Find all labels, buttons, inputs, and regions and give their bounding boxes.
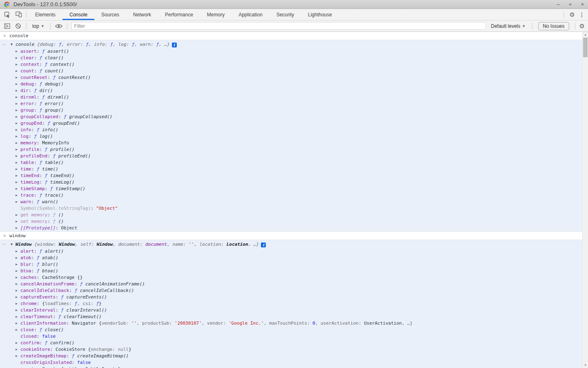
scroll-up-icon[interactable]: ▲ (583, 33, 588, 36)
expand-triangle-icon[interactable]: ▶ (16, 55, 20, 61)
tab-sources[interactable]: Sources (94, 9, 126, 20)
object-property-row[interactable]: ▶error: ƒ error() (0, 101, 582, 107)
expand-triangle-icon[interactable]: ▶ (16, 307, 20, 314)
expand-triangle-icon[interactable]: ▶ (16, 192, 20, 199)
expand-triangle-icon[interactable]: ▶ (16, 268, 20, 274)
expand-triangle-icon[interactable]: ▶ (16, 153, 20, 159)
object-property-row[interactable]: ▶context: ƒ context() (0, 61, 582, 68)
maximize-button[interactable]: + (569, 0, 572, 9)
info-badge-icon[interactable]: i (261, 242, 266, 247)
object-property-row[interactable]: ▶timeStamp: ƒ timeStamp() (0, 186, 582, 192)
object-property-row[interactable]: ▶clearTimeout: ƒ clearTimeout() (0, 314, 582, 320)
expand-triangle-icon[interactable]: ▶ (16, 140, 20, 146)
object-preview-row[interactable]: ‹·▼console {debug: ƒ, error: ƒ, info: ƒ,… (0, 40, 582, 48)
expand-triangle-icon[interactable]: ▶ (16, 255, 20, 261)
object-property-row[interactable]: ▶[[Prototype]]: Object (0, 225, 582, 231)
expand-triangle-icon[interactable]: ▶ (16, 179, 20, 186)
expand-triangle-icon[interactable]: ▶ (16, 340, 20, 346)
object-property-row[interactable]: ▶clientInformation: Navigator {vendorSub… (0, 320, 582, 327)
log-levels-select[interactable]: Default levels ▼ (491, 23, 526, 29)
tab-application[interactable]: Application (232, 9, 270, 20)
info-badge-icon[interactable]: i (172, 43, 177, 47)
device-toolbar-icon[interactable] (15, 11, 23, 19)
expand-triangle-icon[interactable]: ▶ (16, 88, 20, 94)
object-property-row[interactable]: ▶count: ƒ count() (0, 68, 582, 74)
object-property-row[interactable]: ▶confirm: ƒ confirm() (0, 340, 582, 346)
expand-triangle-icon[interactable]: ▶ (16, 68, 20, 74)
inspect-element-icon[interactable] (3, 11, 11, 19)
object-property-row[interactable]: ▶close: ƒ close() (0, 327, 582, 333)
object-property-row[interactable]: ▶blur: ƒ blur() (0, 261, 582, 268)
tab-network[interactable]: Network (126, 9, 158, 20)
tab-memory[interactable]: Memory (200, 9, 232, 20)
expand-triangle-icon[interactable]: ▶ (16, 281, 20, 287)
object-property-row[interactable]: ▶atob: ƒ atob() (0, 255, 582, 261)
expand-triangle-icon[interactable]: ▶ (16, 146, 20, 153)
expand-triangle-icon[interactable]: ▶ (16, 81, 20, 88)
expand-triangle-icon[interactable]: ▶ (16, 346, 20, 353)
minimize-button[interactable]: – (557, 0, 560, 9)
tab-elements[interactable]: Elements (28, 9, 62, 20)
expand-triangle-icon[interactable]: ▶ (16, 225, 20, 231)
object-property-row[interactable]: ▶set memory: ƒ () (0, 218, 582, 225)
expand-triangle-icon[interactable]: ▼ (11, 241, 16, 247)
object-property-row[interactable]: ▶trace: ƒ trace() (0, 192, 582, 199)
clear-console-icon[interactable] (14, 22, 22, 30)
no-issues-button[interactable]: No Issues (538, 22, 569, 30)
expand-triangle-icon[interactable]: ▶ (16, 101, 20, 107)
object-property-row[interactable]: ▶cancelAnimationFrame: ƒ cancelAnimation… (0, 281, 582, 287)
kebab-menu-icon[interactable]: ⋮ (579, 12, 585, 18)
console-sidebar-toggle-icon[interactable] (3, 22, 11, 30)
expand-triangle-icon[interactable]: ▶ (16, 294, 20, 301)
scrollbar-thumb[interactable] (583, 38, 588, 57)
tab-console[interactable]: Console (62, 9, 94, 20)
expand-triangle-icon[interactable]: ▶ (16, 248, 20, 255)
expand-triangle-icon[interactable]: ▶ (16, 74, 20, 81)
object-property-row[interactable]: ▶chrome: {loadTimes: ƒ, csi: ƒ} (0, 301, 582, 307)
object-property-row[interactable]: ▶groupCollapsed: ƒ groupCollapsed() (0, 114, 582, 120)
expand-triangle-icon[interactable]: ▶ (16, 274, 20, 281)
expand-triangle-icon[interactable]: ▶ (16, 159, 20, 166)
tab-security[interactable]: Security (270, 9, 301, 20)
expand-triangle-icon[interactable]: ▶ (16, 287, 20, 294)
object-property-row[interactable]: ▶debug: ƒ debug() (0, 81, 582, 88)
expand-triangle-icon[interactable]: ▶ (16, 212, 20, 218)
expand-triangle-icon[interactable]: ▶ (16, 61, 20, 68)
object-property-row[interactable]: ▶crypto: Crypto {subtle: SubtleCrypto} (0, 366, 582, 368)
filter-input[interactable] (71, 22, 486, 30)
expand-triangle-icon[interactable]: ▶ (16, 186, 20, 192)
expand-triangle-icon[interactable]: ▶ (16, 327, 20, 333)
expand-triangle-icon[interactable]: ▶ (16, 261, 20, 268)
console-settings-gear-icon[interactable]: ⚙ (579, 23, 585, 29)
expand-triangle-icon[interactable]: ▶ (16, 133, 20, 140)
object-property-row[interactable]: ▶clear: ƒ clear() (0, 55, 582, 61)
vertical-scrollbar[interactable]: ▲ ▼ (582, 32, 588, 368)
object-property-row[interactable]: ▶dirxml: ƒ dirxml() (0, 94, 582, 101)
live-expression-eye-icon[interactable] (55, 22, 63, 30)
object-property-row[interactable]: ▶timeEnd: ƒ timeEnd() (0, 173, 582, 179)
expand-triangle-icon[interactable]: ▶ (16, 353, 20, 359)
expand-triangle-icon[interactable]: ▶ (16, 218, 20, 225)
expand-triangle-icon[interactable]: ▶ (16, 127, 20, 133)
javascript-context-select[interactable]: top ▼ (31, 23, 46, 29)
expand-triangle-icon[interactable]: ▶ (16, 314, 20, 320)
expand-triangle-icon[interactable]: ▶ (16, 173, 20, 179)
object-property-row[interactable]: ▶dir: ƒ dir() (0, 88, 582, 94)
expand-triangle-icon[interactable]: ▶ (16, 107, 20, 114)
object-property-row[interactable]: ▶memory: MemoryInfo (0, 140, 582, 146)
expand-triangle-icon[interactable]: ▶ (16, 199, 20, 205)
object-property-row[interactable]: ▶cookieStore: CookieStore {onchange: nul… (0, 346, 582, 353)
object-property-row[interactable]: ▶table: ƒ table() (0, 159, 582, 166)
expand-triangle-icon[interactable]: ▶ (16, 301, 20, 307)
object-property-row[interactable]: ▶caches: CacheStorage {} (0, 274, 582, 281)
object-property-row[interactable]: ▶btoa: ƒ btoa() (0, 268, 582, 274)
object-property-row[interactable]: ▶groupEnd: ƒ groupEnd() (0, 120, 582, 127)
object-preview-row[interactable]: ‹·▼Window {window: Window, self: Window,… (0, 240, 582, 248)
expand-triangle-icon[interactable]: ▶ (16, 366, 20, 368)
scroll-down-icon[interactable]: ▼ (583, 364, 588, 367)
object-property-row[interactable]: ▶profile: ƒ profile() (0, 146, 582, 153)
object-property-row[interactable]: ▶info: ƒ info() (0, 127, 582, 133)
tab-performance[interactable]: Performance (158, 9, 200, 20)
settings-gear-icon[interactable]: ⚙ (570, 11, 575, 18)
object-property-row[interactable]: ▶clearInterval: ƒ clearInterval() (0, 307, 582, 314)
